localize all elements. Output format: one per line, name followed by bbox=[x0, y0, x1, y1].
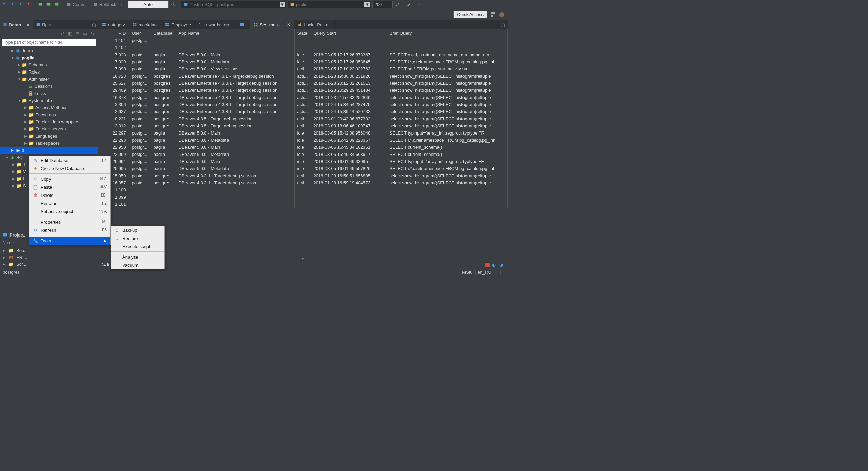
editor-tab-rewardsrep[interactable]: frewards_rep... bbox=[195, 20, 236, 29]
tree-node-roles[interactable]: ▶ 📁 Roles bbox=[0, 68, 98, 76]
tree-node-pagila[interactable]: ▼ ◉ pagila bbox=[0, 54, 98, 61]
table-row[interactable]: 1,104postgr... bbox=[98, 37, 508, 44]
grid-col-user[interactable]: User bbox=[129, 29, 151, 37]
editor-tab-category[interactable]: category bbox=[98, 20, 129, 29]
back-icon[interactable] bbox=[416, 1, 423, 8]
editor-tab-mockdata[interactable]: mockdata bbox=[129, 20, 161, 29]
table-row[interactable]: 16,057postgr...postgresDBeaver 4.3.3.1 -… bbox=[98, 179, 508, 186]
tree-node-locks[interactable]: 🔒 Locks bbox=[0, 90, 98, 97]
navigator-filter-input[interactable] bbox=[2, 39, 96, 46]
tree-node-access-methods[interactable]: ▶ 📁 Access Methods bbox=[0, 104, 98, 111]
table-row[interactable]: 1,102 bbox=[98, 44, 508, 51]
editor-tab-postgresql[interactable] bbox=[236, 20, 250, 29]
ctx-delete[interactable]: 🗑 Delete ⌦ bbox=[29, 191, 110, 199]
tab-database-navigator[interactable]: Datab... ✕ bbox=[0, 20, 33, 29]
minimize-icon[interactable]: — bbox=[85, 22, 90, 27]
tree-node-fdw[interactable]: ▶ 📁 Foreign data wrappers bbox=[0, 118, 98, 125]
tree-node-schemas[interactable]: ▶ 📁 Schemas bbox=[0, 61, 98, 68]
tab-projects-top[interactable]: Прое... bbox=[33, 20, 59, 29]
expand-icon[interactable]: ▭ bbox=[83, 31, 89, 37]
grid-col-app-name[interactable]: App Name bbox=[176, 29, 294, 37]
table-row[interactable]: 2,627postgr...postgresDBeaver Enterprise… bbox=[98, 108, 508, 115]
commit-mode-combo[interactable]: Auto bbox=[128, 1, 169, 8]
sql-run-icon[interactable] bbox=[37, 1, 44, 8]
table-row[interactable]: 22,297postgr...pagilaDBeaver 5.0.0 - Mai… bbox=[98, 129, 508, 137]
grid-col-pid[interactable]: PID bbox=[98, 29, 129, 37]
tree-node-encodings[interactable]: ▶ 📁 Encodings bbox=[0, 111, 98, 118]
maximize-icon[interactable]: ▢ bbox=[92, 22, 96, 27]
table-row[interactable]: 7,329postgr...pagilaDBeaver 5.0.0 - Meta… bbox=[98, 58, 508, 65]
ctx-analyze[interactable]: Analyze bbox=[111, 253, 164, 261]
sessions-grid[interactable]: PIDUserDatabaseApp NameStateQuery StartB… bbox=[98, 29, 508, 257]
marker-icon[interactable] bbox=[405, 1, 412, 8]
link-icon[interactable]: ⇄ bbox=[61, 31, 67, 37]
table-row[interactable]: 22,950postgr...pagilaDBeaver 5.0.0 - Mai… bbox=[98, 144, 508, 151]
tree-node-sessions[interactable]: ⊞ Sessions bbox=[0, 83, 98, 90]
ctx-copy[interactable]: ⧉ Copy ⌘C bbox=[29, 175, 110, 183]
status-icon-1[interactable]: ◐ bbox=[492, 262, 497, 268]
tx-mode-icon[interactable]: T bbox=[120, 1, 126, 8]
maximize-icon[interactable]: ▢ bbox=[501, 22, 505, 27]
sql-script-icon[interactable] bbox=[45, 1, 52, 8]
grid-col-brief-query[interactable]: Brief Query bbox=[387, 29, 507, 37]
table-row[interactable]: 22,298postgr...pagilaDBeaver 5.0.0 - Met… bbox=[98, 137, 508, 144]
smart-insert-icon[interactable] bbox=[495, 270, 499, 275]
table-row[interactable]: 1,101 bbox=[98, 201, 508, 208]
grid-col-query-start[interactable]: Query Start bbox=[311, 29, 387, 37]
project-item-scripts[interactable]: ▶ 📁 Scr... bbox=[0, 261, 98, 267]
history-icon[interactable] bbox=[170, 1, 177, 8]
project-item-bookmarks[interactable]: ▶ 📁 Boo... bbox=[0, 247, 98, 254]
ctx-paste[interactable]: 📋 Paste ⌘V bbox=[29, 183, 110, 191]
ctx-rename[interactable]: Rename F2 bbox=[29, 199, 110, 207]
collapse-icon[interactable]: ⊟ bbox=[76, 31, 82, 37]
tree-node-languages[interactable]: ▶ 📁 Languages bbox=[0, 132, 98, 140]
table-row[interactable]: 3,012postgr...postgresDBeaver 4.3.5 - Ta… bbox=[98, 122, 508, 129]
status-icon-2[interactable]: ◑ bbox=[499, 262, 505, 268]
commit-button[interactable]: Commit bbox=[64, 1, 90, 8]
rollback-button[interactable]: Rollback bbox=[91, 1, 118, 8]
ctx-edit-database[interactable]: ✎ Edit Database F4 bbox=[29, 156, 110, 164]
grid-col-state[interactable]: State bbox=[294, 29, 311, 37]
table-row[interactable]: 8,231postgr...postgresDBeaver 4.3.5 - Ta… bbox=[98, 115, 508, 122]
sql-new-icon[interactable] bbox=[53, 1, 60, 8]
table-row[interactable]: 16,378postgr...postgresDBeaver Enterpris… bbox=[98, 94, 508, 101]
row-limit-input[interactable]: 200 bbox=[372, 1, 393, 8]
ctx-backup[interactable]: ↥ Backup bbox=[111, 226, 164, 234]
tree-node-administer[interactable]: ▼ 📁 Administer bbox=[0, 76, 98, 83]
table-row[interactable]: 1,100 bbox=[98, 186, 508, 193]
table-row[interactable]: 15,959postgr...postgresDBeaver 4.3.3.1 -… bbox=[98, 172, 508, 179]
dbeaver-perspective-icon[interactable] bbox=[499, 12, 505, 18]
minimize-icon[interactable]: — bbox=[494, 22, 499, 27]
project-item-er[interactable]: ▶ ⊞ ER ... bbox=[0, 254, 98, 261]
ctx-tools[interactable]: 🔧 Tools ▶ bbox=[29, 237, 110, 245]
plug-connect-icon[interactable] bbox=[1, 1, 8, 8]
table-row[interactable]: 7,328postgr...pagilaDBeaver 5.0.0 - Main… bbox=[98, 51, 508, 58]
refresh-toolbar-icon[interactable] bbox=[394, 1, 401, 8]
schema-selector[interactable]: public ▼ bbox=[288, 1, 371, 8]
editor-tab-sessions[interactable]: Sessions - ...✕ bbox=[250, 20, 294, 29]
new-connection-icon[interactable]: ◧ bbox=[68, 31, 74, 37]
close-icon[interactable]: ✕ bbox=[287, 22, 290, 27]
table-row[interactable]: 22,959postgr...pagilaDBeaver 5.0.0 - Met… bbox=[98, 151, 508, 158]
table-row[interactable]: 25,995postgr...pagilaDBeaver 5.0.0 - Met… bbox=[98, 165, 508, 172]
ctx-create-database[interactable]: ✦ Create New Database bbox=[29, 164, 110, 172]
perspective-icon[interactable] bbox=[490, 12, 496, 18]
table-row[interactable]: 29,409postgr...postgresDBeaver Enterpris… bbox=[98, 87, 508, 94]
editor-tab-lockpostg[interactable]: Lock - Postg... bbox=[294, 20, 336, 29]
plug-alt-icon[interactable] bbox=[18, 1, 24, 8]
ctx-execute-script[interactable]: Execute script bbox=[111, 242, 164, 250]
tree-node-foreign-servers[interactable]: ▶ 📁 Foreign servers bbox=[0, 125, 98, 132]
ctx-vacuum[interactable]: Vacuum bbox=[111, 261, 164, 269]
database-selector[interactable]: PostgreSQL - postgres ▼ bbox=[181, 1, 286, 8]
tree-node-selected-db[interactable]: ▶ ◉ p bbox=[0, 147, 98, 154]
grid-col-database[interactable]: Database bbox=[151, 29, 176, 37]
editor-tab-employee[interactable]: Employee bbox=[161, 20, 195, 29]
quick-access-button[interactable]: Quick Access bbox=[453, 11, 487, 18]
filter-icon[interactable]: ⇆ bbox=[91, 31, 97, 37]
table-row[interactable]: 7,990postgr...pagilaDBeaver 5.0.0 - View… bbox=[98, 65, 508, 73]
tab-list-icon[interactable]: ⋯ bbox=[488, 22, 492, 27]
table-row[interactable]: 16,728postgr...postgresDBeaver Enterpris… bbox=[98, 73, 508, 80]
stop-icon[interactable] bbox=[485, 262, 490, 268]
table-row[interactable]: 25,994postgr...pagilaDBeaver 5.0.0 - Mai… bbox=[98, 158, 508, 165]
table-row[interactable]: 1,099 bbox=[98, 193, 508, 201]
